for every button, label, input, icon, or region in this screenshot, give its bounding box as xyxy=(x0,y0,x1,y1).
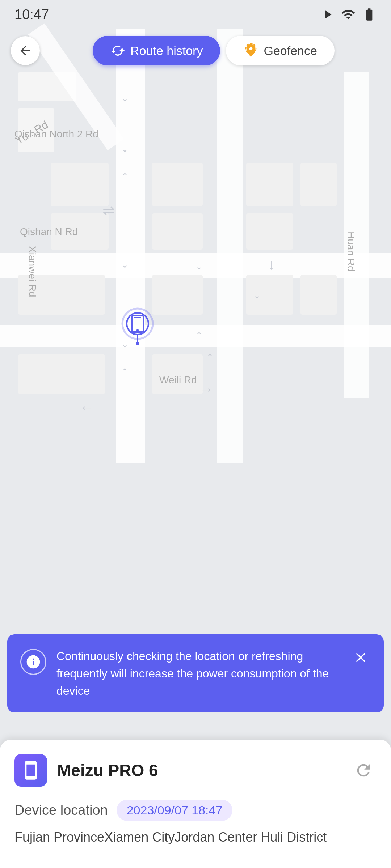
svg-text:Yu...Rd: Yu...Rd xyxy=(13,118,50,146)
tab-route-history[interactable]: Route history xyxy=(93,36,220,65)
info-banner: Continuously checking the location or re… xyxy=(7,634,384,712)
svg-text:Qishan North 2 Rd: Qishan North 2 Rd xyxy=(14,128,98,140)
svg-rect-15 xyxy=(300,163,337,206)
svg-text:Xianwei Rd: Xianwei Rd xyxy=(27,246,38,297)
svg-rect-14 xyxy=(246,213,293,250)
status-bar: 10:47 xyxy=(0,0,391,29)
svg-rect-8 xyxy=(344,72,369,398)
svg-text:Weili Rd: Weili Rd xyxy=(159,374,197,386)
tab-geofence[interactable]: Geofence xyxy=(226,36,334,65)
top-nav: Route history Geofence xyxy=(0,29,391,72)
svg-rect-5 xyxy=(0,326,391,347)
svg-rect-13 xyxy=(246,163,293,206)
location-row: Device location 2023/09/07 18:47 xyxy=(14,800,377,821)
route-icon xyxy=(110,43,125,58)
device-header: Meizu PRO 6 xyxy=(14,754,377,787)
svg-rect-21 xyxy=(152,354,203,394)
svg-text:↑: ↑ xyxy=(121,168,129,184)
svg-rect-17 xyxy=(152,275,203,315)
svg-rect-0 xyxy=(0,0,391,868)
svg-rect-11 xyxy=(152,163,203,206)
location-label: Device location xyxy=(14,803,108,818)
svg-rect-9 xyxy=(51,163,109,206)
battery-icon xyxy=(362,7,377,22)
geofence-icon xyxy=(243,43,258,58)
svg-rect-6 xyxy=(217,29,243,463)
geofence-label: Geofence xyxy=(264,44,317,58)
svg-rect-18 xyxy=(246,275,293,315)
svg-rect-45 xyxy=(134,317,141,318)
svg-point-48 xyxy=(136,342,139,345)
refresh-button[interactable] xyxy=(350,757,377,783)
svg-text:Qishan N Rd: Qishan N Rd xyxy=(20,226,78,237)
map-area[interactable]: ↓ ↓ ↑ ↓ ↓ ↑ ⇌ ↓ ↓ ↑ ↑ → ← ↓ Yu...Rd Qish… xyxy=(0,0,391,868)
svg-text:⇌: ⇌ xyxy=(102,202,115,218)
wifi-icon xyxy=(341,7,356,22)
svg-text:Huan Rd: Huan Rd xyxy=(345,231,357,272)
svg-rect-12 xyxy=(152,213,203,250)
device-card: Meizu PRO 6 Device location 2023/09/07 1… xyxy=(0,740,391,868)
svg-text:↓: ↓ xyxy=(121,139,129,155)
tab-group: Route history Geofence xyxy=(47,36,380,65)
svg-text:↓: ↓ xyxy=(121,88,129,104)
location-pin xyxy=(119,307,156,347)
location-address: Fujian ProvinceXiamen CityJordan Center … xyxy=(14,828,377,846)
svg-rect-4 xyxy=(0,253,391,278)
device-icon xyxy=(14,754,47,787)
close-banner-button[interactable] xyxy=(350,647,371,668)
info-icon xyxy=(20,649,46,675)
location-time-badge: 2023/09/07 18:47 xyxy=(117,800,233,821)
info-banner-text: Continuously checking the location or re… xyxy=(56,647,340,699)
svg-rect-20 xyxy=(18,354,105,394)
svg-text:→: → xyxy=(199,381,214,397)
svg-text:↑: ↑ xyxy=(121,363,129,379)
svg-rect-19 xyxy=(300,275,337,315)
svg-text:↑: ↑ xyxy=(196,327,203,343)
svg-text:↑: ↑ xyxy=(206,349,214,365)
svg-rect-10 xyxy=(51,213,109,250)
route-history-label: Route history xyxy=(130,44,203,58)
back-button[interactable] xyxy=(11,36,40,65)
svg-text:↓: ↓ xyxy=(121,255,129,271)
svg-text:↓: ↓ xyxy=(268,256,275,272)
svg-rect-3 xyxy=(116,29,145,463)
svg-rect-1 xyxy=(18,72,76,101)
status-icons xyxy=(320,7,377,22)
svg-point-46 xyxy=(136,329,139,331)
play-icon xyxy=(320,7,335,22)
svg-rect-2 xyxy=(18,109,54,152)
svg-rect-16 xyxy=(18,275,105,315)
svg-text:←: ← xyxy=(80,399,94,415)
device-name: Meizu PRO 6 xyxy=(57,761,340,780)
svg-text:↓: ↓ xyxy=(253,285,261,301)
status-time: 10:47 xyxy=(14,7,49,22)
svg-text:↓: ↓ xyxy=(196,256,203,272)
